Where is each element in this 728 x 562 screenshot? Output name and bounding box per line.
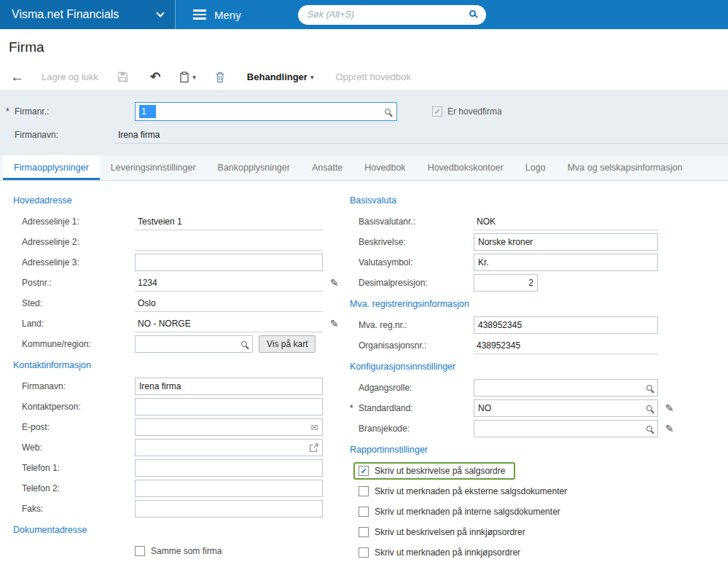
back-button[interactable]: ← [10, 69, 24, 85]
tab-hovedbok[interactable]: Hovedbok [353, 155, 416, 180]
phone1-input[interactable] [135, 459, 323, 477]
toolbar: ← Lagre og lukk ↶ ▾ Behandlinger [0, 63, 728, 91]
currency-description-row: Beskrivelse: [343, 232, 728, 252]
tab-content: Hovedadresse Adresselinje 1: Adresselinj… [0, 181, 728, 562]
lookup-icon[interactable] [646, 405, 652, 411]
postal-code-label: Postnr.: [22, 278, 52, 288]
decimal-precision-input[interactable] [474, 274, 538, 292]
show-on-map-button[interactable]: Vis på kart [259, 335, 316, 353]
print-description-sales-order-checkbox[interactable]: ✓ [359, 466, 369, 476]
delete-button[interactable] [215, 71, 225, 83]
country-label: Land: [22, 319, 44, 329]
address3-input[interactable] [135, 254, 323, 271]
external-link-icon [309, 443, 318, 454]
lookup-icon[interactable] [646, 385, 652, 391]
company-name-input[interactable] [115, 126, 728, 144]
currency-id-field[interactable] [474, 213, 658, 230]
country-row: Land: ✎ [0, 313, 343, 334]
app-logo[interactable]: Visma.net Financials [0, 0, 175, 29]
section-basisvaluta: Basisvaluta [343, 190, 728, 211]
lookup-icon[interactable] [646, 426, 652, 432]
contact-person-row: Kontaktperson: [0, 397, 343, 417]
tab-firmaopplysninger[interactable]: Firmaopplysninger [3, 155, 100, 180]
tab-leveringsinnstillinger[interactable]: Leveringsinnstillinger [100, 155, 207, 180]
company-no-input[interactable]: 1 [135, 102, 397, 121]
tab-logo[interactable]: Logo [514, 155, 557, 180]
print-note-internal-sales-docs-checkbox[interactable] [359, 507, 369, 517]
contact-person-label: Kontaktperson: [22, 402, 81, 412]
create-ledger-button[interactable]: Opprett hovedbok [335, 71, 410, 82]
contact-company-label: Firmanavn: [22, 381, 66, 391]
fax-input[interactable] [135, 500, 323, 518]
edit-icon[interactable]: ✎ [665, 402, 674, 414]
currency-id-label: Basisvalutanr.: [359, 216, 415, 227]
access-role-row: Adgangsrolle: [343, 378, 728, 398]
currency-description-input[interactable] [474, 233, 658, 251]
address1-input[interactable] [135, 213, 323, 230]
behandlinger-menu-button[interactable]: Behandlinger ▾ [247, 71, 314, 82]
app-title: Visma.net Financials [12, 8, 119, 21]
industry-code-input[interactable] [474, 420, 658, 437]
tab-hovedbokskontoer[interactable]: Hovedbokskontoer [417, 155, 514, 180]
currency-symbol-row: Valutasymbol: [343, 252, 728, 273]
country-input[interactable] [135, 315, 323, 332]
email-row: E-post: ✉ [0, 417, 343, 437]
section-konfigurasjonsinnstillinger: Konfigurasjonsinnstillinger [343, 356, 728, 378]
section-dokumentadresse: Dokumentadresse [0, 519, 343, 541]
undo-icon: ↶ [150, 69, 160, 85]
phone1-label: Telefon 1: [22, 463, 60, 473]
print-description-sales-order-row: ✓ Skriv ut beskrivelse på salgsordre [343, 461, 728, 481]
city-input[interactable] [135, 294, 323, 312]
lookup-icon[interactable] [241, 341, 247, 347]
web-input[interactable] [135, 439, 323, 456]
left-column: Hovedadresse Adresselinje 1: Adresselinj… [0, 190, 343, 562]
phone1-row: Telefon 1: [0, 458, 343, 478]
contact-company-input[interactable] [135, 378, 323, 395]
currency-symbol-input[interactable] [474, 254, 658, 271]
postal-code-input[interactable] [135, 274, 323, 292]
vat-reg-input[interactable] [474, 316, 658, 334]
contact-person-input[interactable] [135, 398, 323, 415]
default-country-input[interactable] [474, 399, 658, 417]
required-marker: * [6, 106, 15, 117]
menu-button[interactable]: Meny [176, 0, 259, 29]
fax-row: Faks: [0, 499, 343, 519]
tab-bankopplysninger[interactable]: Bankopplysninger [207, 155, 301, 180]
edit-icon[interactable]: ✎ [665, 423, 674, 434]
edit-icon[interactable]: ✎ [330, 277, 339, 289]
print-description-sales-order-label: Skriv ut beskrivelse på salgsordre [375, 466, 505, 476]
print-note-external-sales-docs-label: Skriv ut merknaden på eksterne salgsdoku… [375, 486, 567, 496]
print-note-purchase-orders-checkbox[interactable] [359, 547, 369, 558]
phone2-label: Telefon 2: [22, 483, 60, 493]
search-icon[interactable] [469, 10, 476, 17]
selected-text: 1 [139, 105, 156, 118]
save-button[interactable] [117, 71, 128, 82]
main-company-checkbox[interactable]: ✓ [432, 106, 442, 117]
save-and-close-button[interactable]: Lagre og lukk [42, 71, 98, 82]
same-as-company-checkbox[interactable] [135, 546, 145, 556]
municipality-input[interactable] [135, 335, 253, 353]
default-country-row: *Standardland: ✎ [343, 398, 728, 418]
undo-button[interactable]: ↶ [150, 69, 160, 85]
email-input[interactable] [135, 418, 323, 436]
org-number-input[interactable] [474, 337, 658, 354]
same-as-company-row: Samme som firma [0, 541, 343, 561]
search-input[interactable] [298, 5, 486, 25]
right-column: Basisvaluta Basisvalutanr.: Beskrivelse:… [343, 190, 728, 562]
insert-clipboard-button[interactable]: ▾ [179, 71, 196, 83]
print-description-purchase-orders-checkbox[interactable] [359, 527, 369, 537]
web-row: Web: [0, 437, 343, 458]
tab-ansatte[interactable]: Ansatte [301, 155, 353, 180]
access-role-input[interactable] [474, 379, 658, 397]
lookup-icon[interactable] [385, 109, 391, 114]
chevron-down-icon: ▾ [192, 74, 196, 81]
phone2-input[interactable] [135, 480, 323, 497]
chevron-down-icon [156, 9, 164, 17]
print-note-external-sales-docs-checkbox[interactable] [359, 486, 369, 496]
tab-mva-og-selskapsinformasjon[interactable]: Mva og selskapsinformasjon [557, 155, 694, 180]
address2-row: Adresselinje 2: [0, 232, 343, 252]
address2-input[interactable] [135, 233, 323, 251]
decimal-precision-row: Desimalpresisjon: [343, 273, 728, 293]
edit-icon[interactable]: ✎ [330, 318, 339, 329]
check-icon: ✓ [360, 467, 367, 476]
